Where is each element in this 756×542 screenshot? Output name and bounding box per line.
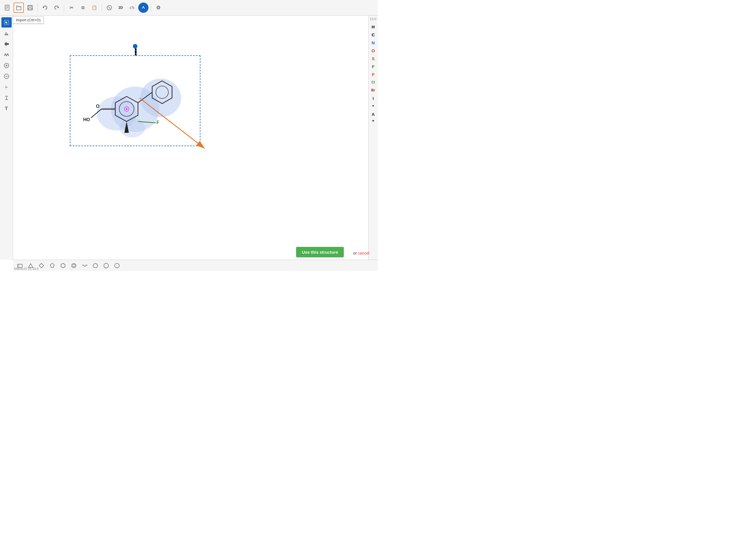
- bond-length-button[interactable]: [1, 93, 12, 103]
- element-N[interactable]: N: [369, 39, 377, 46]
- svg-line-10: [108, 7, 110, 9]
- clear-button[interactable]: [104, 3, 114, 13]
- erase-tool-button[interactable]: [1, 28, 12, 38]
- element-A[interactable]: A: [369, 111, 377, 117]
- svg-point-28: [120, 118, 145, 138]
- element-wildcard[interactable]: *: [369, 103, 377, 109]
- 2d-button[interactable]: 2D: [116, 3, 126, 13]
- redo-button[interactable]: [51, 3, 62, 13]
- new-button[interactable]: [2, 3, 12, 13]
- settings-button[interactable]: ⚙: [153, 3, 164, 13]
- charge-plus-button[interactable]: [1, 60, 12, 71]
- svg-point-34: [126, 108, 127, 110]
- right-sidebar: H C N O S F P Cl Br I * A ▼: [368, 16, 378, 260]
- drag-handle[interactable]: [133, 44, 137, 49]
- element-F[interactable]: F: [369, 63, 377, 70]
- svg-marker-7: [43, 7, 44, 8]
- canvas-area[interactable]: O HO F: [13, 16, 368, 260]
- svg-text:F: F: [156, 120, 159, 125]
- arrow-tool-button[interactable]: [1, 39, 12, 49]
- grid-icon: [370, 18, 376, 20]
- octagon-button[interactable]: [102, 261, 111, 270]
- svg-marker-51: [61, 264, 65, 268]
- svg-marker-55: [104, 264, 108, 268]
- element-Br[interactable]: Br: [369, 87, 377, 93]
- svg-marker-14: [5, 21, 8, 24]
- svg-text:O: O: [96, 104, 99, 109]
- undo-button[interactable]: [40, 3, 50, 13]
- atom-num-button[interactable]: In: [1, 82, 12, 92]
- pentagon-button[interactable]: [48, 261, 57, 270]
- left-sidebar: In T: [0, 16, 13, 260]
- heptagon-button[interactable]: [91, 261, 100, 270]
- hexagon-button[interactable]: [58, 261, 68, 270]
- benzene-button[interactable]: [69, 261, 78, 270]
- element-Cl[interactable]: Cl: [369, 79, 377, 85]
- charge-minus-button[interactable]: [1, 71, 12, 81]
- select-tool-button[interactable]: [1, 17, 12, 28]
- use-structure-button[interactable]: Use this structure: [296, 247, 344, 258]
- element-I[interactable]: I: [369, 95, 377, 101]
- atom-map-button[interactable]: [138, 3, 148, 13]
- svg-marker-8: [57, 7, 59, 8]
- svg-marker-50: [50, 264, 54, 267]
- molecule-svg: O HO F: [73, 53, 198, 146]
- svg-point-12: [143, 6, 144, 7]
- element-C[interactable]: C: [369, 32, 377, 38]
- version-text: MarvinJS 21.18.0: [14, 267, 39, 271]
- copy-button[interactable]: ⧉: [78, 3, 88, 13]
- svg-point-26: [140, 79, 181, 117]
- element-more[interactable]: ▼: [372, 119, 375, 123]
- paste-button[interactable]: 📋: [89, 3, 99, 13]
- element-O[interactable]: O: [369, 47, 377, 54]
- text-tool-button[interactable]: T: [1, 104, 12, 114]
- or-cancel-text: or cancel: [353, 251, 369, 256]
- open-button[interactable]: [14, 3, 24, 13]
- element-P[interactable]: P: [369, 71, 377, 78]
- svg-point-56: [115, 264, 119, 268]
- svg-point-53: [73, 265, 75, 267]
- svg-text:HO: HO: [83, 117, 90, 122]
- svg-marker-49: [39, 264, 44, 268]
- tooltip: Import (Ctrl+O): [13, 16, 44, 24]
- cancel-link[interactable]: cancel: [358, 251, 369, 256]
- molecule-container[interactable]: O HO F: [70, 44, 203, 146]
- svg-marker-16: [4, 42, 9, 46]
- wave-button[interactable]: [80, 261, 89, 270]
- svg-marker-52: [72, 264, 76, 268]
- cut-button[interactable]: ✂: [66, 3, 77, 13]
- circle-button[interactable]: [112, 261, 122, 270]
- svg-rect-5: [29, 5, 31, 7]
- query-button[interactable]: -(?)-: [127, 3, 137, 13]
- svg-point-11: [141, 5, 146, 10]
- bottom-toolbar: [13, 260, 378, 271]
- element-S[interactable]: S: [369, 55, 377, 62]
- chain-tool-button[interactable]: [1, 50, 12, 60]
- svg-rect-6: [28, 8, 32, 10]
- save-button[interactable]: [25, 3, 35, 13]
- svg-marker-54: [93, 264, 98, 268]
- element-H[interactable]: H: [369, 24, 377, 30]
- top-toolbar: ✂ ⧉ 📋 2D -(?)- ⚙: [0, 0, 378, 16]
